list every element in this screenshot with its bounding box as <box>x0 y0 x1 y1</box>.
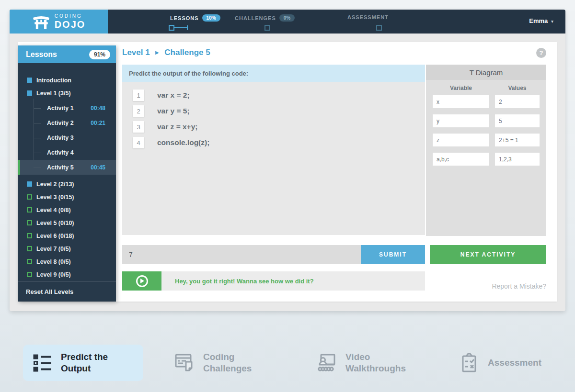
t-diagram-rows: x 2 y 5 z 2+5 = 1 a,b,c <box>433 95 540 166</box>
activity-label: Activity 2 <box>47 120 74 126</box>
level-status-icon <box>27 220 32 225</box>
sidebar-header: Lessons 91% <box>18 45 116 63</box>
user-menu[interactable]: Emma ▾ <box>529 17 553 24</box>
nav-item-assessment[interactable]: ASSESSMENT <box>347 14 389 20</box>
top-navbar: CODING DOJO LESSONS 10% CHALLENGES 0% AS… <box>10 10 565 34</box>
prompt-bar: Predict the output of the following code… <box>122 65 425 82</box>
sidebar-level-item[interactable]: Level 3 (0/15) <box>18 190 116 203</box>
clipboard-icon <box>459 352 480 373</box>
next-activity-button[interactable]: NEXT ACTIVITY <box>430 245 546 264</box>
level-label: Level 2 (2/13) <box>36 181 74 188</box>
variable-cell[interactable]: x <box>433 95 489 108</box>
level-label: Level 1 (3/5) <box>36 90 71 97</box>
level-label: Level 5 (0/10) <box>36 220 74 226</box>
lessons-sidebar: Lessons 91% Introduction Level 1 (3/5) A… <box>18 45 116 302</box>
answer-input[interactable] <box>122 245 361 264</box>
code-text: var x = 2; <box>157 91 190 100</box>
lessons-node-icon <box>169 25 174 31</box>
breadcrumb: Level 1 ▶ Challenge 5 ? <box>122 48 546 60</box>
sidebar-activity-item[interactable]: Activity 5 00:45 <box>18 160 116 175</box>
progress-track-fill <box>174 27 187 28</box>
variable-cell[interactable]: z <box>433 134 489 146</box>
sidebar-level-item[interactable]: Introduction <box>18 74 116 87</box>
code-text: console.log(z); <box>157 138 209 147</box>
feature-assessment[interactable]: Assessment <box>450 346 552 380</box>
challenges-node-icon <box>264 25 270 31</box>
sidebar-level-item[interactable]: Level 5 (0/10) <box>18 216 116 229</box>
value-cell[interactable]: 1,2,3 <box>495 153 540 166</box>
feedback-bar: Hey, you got it right! Wanna see how we … <box>122 271 425 291</box>
list-icon <box>32 352 53 373</box>
t-diagram-row: x 2 <box>433 95 540 108</box>
code-window-icon <box>174 352 195 373</box>
challenges-progress-badge: 0% <box>279 14 295 22</box>
answer-row: SUBMIT NEXT ACTIVITY <box>122 245 546 264</box>
feature-label: Assessment <box>488 357 541 369</box>
sidebar-level-item[interactable]: Level 8 (0/5) <box>18 255 116 268</box>
coding-dojo-logo[interactable]: CODING DOJO <box>10 10 108 34</box>
feedback-row: Hey, you got it right! Wanna see how we … <box>122 271 546 291</box>
brand-text: CODING DOJO <box>55 14 86 29</box>
brand-line-dojo: DOJO <box>55 20 86 29</box>
feature-coding-challenges[interactable]: Coding Challenges <box>165 345 286 381</box>
level-status-icon <box>27 207 32 213</box>
sidebar-activity-item[interactable]: Activity 2 00:21 <box>18 115 116 130</box>
breadcrumb-arrow-icon: ▶ <box>155 50 159 55</box>
code-line: 4 console.log(z); <box>133 137 425 148</box>
variable-cell[interactable]: y <box>433 114 489 127</box>
nav-item-challenges[interactable]: CHALLENGES 0% <box>235 14 295 22</box>
nav-item-lessons[interactable]: LESSONS 10% <box>170 14 220 22</box>
level-status-icon <box>27 233 32 238</box>
level-status-icon <box>27 90 32 96</box>
feature-row: Predict the Output Coding Challenges Vid… <box>23 341 552 385</box>
level-status-icon <box>27 181 32 187</box>
level-status-icon <box>27 272 32 277</box>
code-line: 2 var y = 5; <box>133 105 425 117</box>
code-text: var y = 5; <box>157 107 190 115</box>
sidebar-activity-item[interactable]: Activity 1 00:48 <box>18 101 116 115</box>
progress-tick <box>187 25 188 30</box>
sidebar-level-item[interactable]: Level 9 (0/5) <box>18 268 116 281</box>
sidebar-level-item[interactable]: Level 6 (0/18) <box>18 229 116 242</box>
activity-label: Activity 3 <box>47 134 74 141</box>
user-name: Emma <box>529 17 548 24</box>
report-mistake-link[interactable]: Report a Mistake? <box>492 282 546 291</box>
submit-button[interactable]: SUBMIT <box>361 245 425 264</box>
sidebar-activity-item[interactable]: Activity 3 <box>18 130 116 145</box>
sidebar-level-item[interactable]: Level 7 (0/5) <box>18 242 116 255</box>
sidebar-level-item[interactable]: Level 4 (0/8) <box>18 203 116 216</box>
breadcrumb-level-link[interactable]: Level 1 <box>122 48 150 57</box>
lessons-progress-badge: 10% <box>202 14 220 22</box>
line-number: 2 <box>133 105 144 117</box>
t-diagram-row: y 5 <box>433 114 540 127</box>
feature-predict-the-output[interactable]: Predict the Output <box>23 345 143 381</box>
sidebar-title: Lessons <box>26 50 57 59</box>
t-diagram-title: T Diagram <box>426 65 546 80</box>
level-status-icon <box>27 246 32 251</box>
sidebar-level-item[interactable]: Level 2 (2/13) <box>18 178 116 190</box>
values-column-header: Values <box>495 85 540 91</box>
reset-all-levels-button[interactable]: Reset All Levels <box>18 281 116 302</box>
play-walkthrough-button[interactable] <box>122 271 161 291</box>
level-status-icon <box>27 194 32 200</box>
code-line: 1 var x = 2; <box>133 90 425 101</box>
level-label: Level 3 (0/15) <box>36 194 74 201</box>
breadcrumb-current: Challenge 5 <box>164 48 210 57</box>
value-cell[interactable]: 5 <box>495 114 540 127</box>
code-line: 3 var z = x+y; <box>133 121 425 133</box>
level-label: Level 7 (0/5) <box>36 246 71 252</box>
feedback-message: Hey, you got it right! Wanna see how we … <box>161 271 425 291</box>
level-status-icon <box>27 78 32 83</box>
t-diagram-row: z 2+5 = 1 <box>433 134 540 146</box>
sidebar-level-item[interactable]: Level 1 (3/5) <box>18 87 116 100</box>
feature-video-walkthroughs[interactable]: Video Walkthroughs <box>308 345 428 381</box>
level-label: Level 9 (0/5) <box>36 271 71 278</box>
activity-label: Activity 1 <box>47 105 74 112</box>
sidebar-activity-item[interactable]: Activity 4 <box>18 145 116 160</box>
help-icon[interactable]: ? <box>536 48 546 58</box>
value-cell[interactable]: 2 <box>495 95 540 108</box>
variable-cell[interactable]: a,b,c <box>433 153 489 166</box>
value-cell[interactable]: 2+5 = 1 <box>495 134 540 146</box>
assessment-node-icon <box>376 25 382 31</box>
lessons-label: LESSONS <box>170 15 199 21</box>
